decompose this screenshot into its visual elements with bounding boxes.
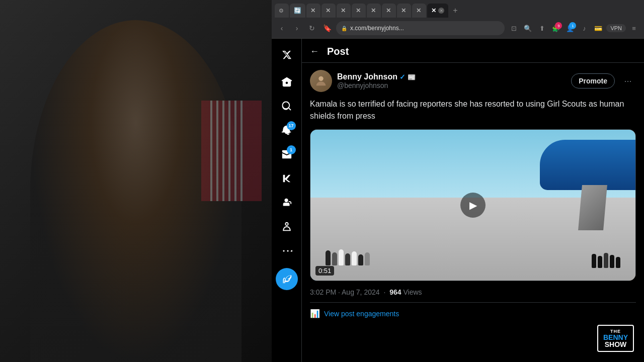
chart-icon: 📊	[310, 309, 320, 318]
compose-button[interactable]	[276, 268, 298, 290]
post-back-button[interactable]: ←	[310, 46, 319, 57]
browser-tab-2[interactable]: 🔄	[290, 4, 305, 18]
x-logo-button[interactable]	[277, 45, 297, 65]
back-nav-button[interactable]: ‹	[276, 22, 288, 34]
wallet-button[interactable]: 💳	[592, 22, 604, 34]
sidebar-item-messages[interactable]: 1	[276, 143, 298, 165]
post-content-area[interactable]: ← Post Benny Johnson	[302, 39, 644, 362]
promote-button[interactable]: Promote	[571, 73, 615, 88]
sidebar-item-home[interactable]	[276, 71, 298, 93]
video-background	[0, 0, 272, 362]
video-thumbnail: 0:51 ▶	[310, 130, 635, 281]
share-button[interactable]: ⬆	[536, 22, 548, 34]
post-page-header: ← Post	[302, 39, 644, 63]
screen-cast-button[interactable]: ⊡	[508, 22, 520, 34]
watermark-show-text: SHOW	[603, 341, 628, 348]
person-3	[339, 249, 344, 265]
post-body: Benny Johnson ✓ 📰 @bennyjohnson Promote …	[302, 63, 644, 331]
tab-bar: ⚙ 🔄 ✕ ✕ ✕ ✕ ✕ ✕	[272, 0, 644, 18]
view-engagements-row[interactable]: 📊 View post engagements	[310, 302, 636, 324]
people-group-right	[592, 253, 620, 268]
video-duration-badge: 0:51	[315, 266, 334, 276]
post-views-label: Views	[403, 288, 422, 296]
tab-x-icon: ✕	[341, 7, 346, 14]
browser-tab-9[interactable]: ✕	[397, 4, 411, 18]
person-r4	[610, 255, 614, 268]
person-r3	[604, 253, 608, 268]
browser-tab-10[interactable]: ✕	[412, 4, 426, 18]
sidebar-item-communities[interactable]	[276, 192, 298, 214]
url-text: x.com/bennyjohns...	[350, 25, 404, 32]
toolbar-icons-group: ⊡ 🔍 ⬆ 🧩 9 👤 1 ♪ 💳 VPN ≡	[508, 22, 640, 34]
x-logo-icon	[282, 50, 292, 60]
address-bar[interactable]: 🔒 x.com/bennyjohns...	[336, 21, 505, 35]
notifications-badge: 17	[287, 121, 296, 130]
engagements-label[interactable]: View post engagements	[324, 310, 399, 318]
watermark-benny-text: BENNY	[603, 334, 628, 341]
browser-tab-6[interactable]: ✕	[352, 4, 366, 18]
video-play-button[interactable]: ▶	[460, 193, 486, 218]
tab-x-icon: ✕	[310, 7, 315, 14]
new-tab-button[interactable]: +	[449, 5, 461, 17]
twitter-sidebar: 17 1	[272, 39, 302, 362]
tab-close-button[interactable]: ✕	[438, 8, 444, 14]
compose-icon	[282, 274, 292, 284]
sidebar-item-grok[interactable]	[276, 167, 298, 190]
tab-favicon: ⚙	[279, 8, 284, 14]
people-group	[326, 249, 370, 265]
person-5	[352, 251, 357, 265]
post-page-title: Post	[327, 46, 349, 57]
media-badge-icon: 📰	[408, 73, 416, 81]
sidebar-item-search[interactable]	[276, 95, 298, 117]
post-views-count: 964	[389, 288, 401, 296]
person-7	[365, 252, 370, 265]
author-avatar[interactable]	[310, 70, 332, 92]
person-r1	[592, 254, 596, 268]
sidebar-item-more[interactable]	[276, 240, 298, 262]
person-4	[345, 253, 350, 265]
tab-x-icon: ✕	[356, 7, 361, 14]
browser-tab-7[interactable]: ✕	[367, 4, 381, 18]
svg-point-0	[318, 76, 323, 81]
person-r5	[616, 257, 620, 268]
browser-tab-1[interactable]: ⚙	[275, 4, 289, 18]
refresh-button[interactable]: ↻	[306, 22, 318, 34]
profiles-button[interactable]: 👤 1	[564, 22, 576, 34]
search-icon	[281, 101, 292, 112]
plane-stairs	[578, 185, 607, 230]
author-handle[interactable]: @bennyjohnson	[337, 81, 566, 89]
browser-window: ⚙ 🔄 ✕ ✕ ✕ ✕ ✕ ✕	[272, 0, 644, 362]
lock-icon: 🔒	[341, 26, 347, 31]
meta-separator: ·	[383, 288, 385, 296]
tab-favicon: 🔄	[294, 7, 301, 14]
twitter-app: 17 1	[272, 39, 644, 362]
music-button[interactable]: ♪	[578, 22, 590, 34]
sidebar-item-profile[interactable]	[276, 216, 298, 238]
browser-toolbar: ‹ › ↻ 🔖 🔒 x.com/bennyjohns... ⊡ 🔍 ⬆ 🧩 9 …	[272, 18, 644, 38]
more-icon	[281, 245, 292, 256]
communities-icon	[281, 197, 292, 208]
post-timestamp: 3:02 PM · Aug 7, 2024	[310, 288, 380, 296]
person-1	[326, 250, 331, 265]
browser-tab-active[interactable]: ✕ ✕	[427, 4, 448, 18]
forward-nav-button[interactable]: ›	[291, 22, 303, 34]
browser-tab-3[interactable]: ✕	[306, 4, 320, 18]
menu-button[interactable]: ≡	[628, 22, 640, 34]
author-display-name[interactable]: Benny Johnson	[337, 72, 397, 81]
person-r2	[598, 256, 602, 268]
browser-tab-8[interactable]: ✕	[382, 4, 396, 18]
grok-icon	[281, 173, 292, 184]
browser-chrome: ⚙ 🔄 ✕ ✕ ✕ ✕ ✕ ✕	[272, 0, 644, 39]
vpn-button[interactable]: VPN	[606, 24, 626, 32]
post-video-container[interactable]: 0:51 ▶	[310, 129, 636, 281]
zoom-button[interactable]: 🔍	[522, 22, 534, 34]
sidebar-item-notifications[interactable]: 17	[276, 119, 298, 141]
bookmark-button[interactable]: 🔖	[321, 22, 333, 34]
post-tweet-text: Kamala is so terrified of facing reporte…	[310, 98, 636, 122]
author-row: Benny Johnson ✓ 📰 @bennyjohnson Promote …	[310, 70, 636, 92]
browser-tab-5[interactable]: ✕	[337, 4, 351, 18]
person-2	[332, 252, 337, 265]
browser-tab-4[interactable]: ✕	[321, 4, 336, 18]
extensions-button[interactable]: 🧩 9	[550, 22, 562, 34]
more-options-button[interactable]: ···	[620, 73, 636, 89]
